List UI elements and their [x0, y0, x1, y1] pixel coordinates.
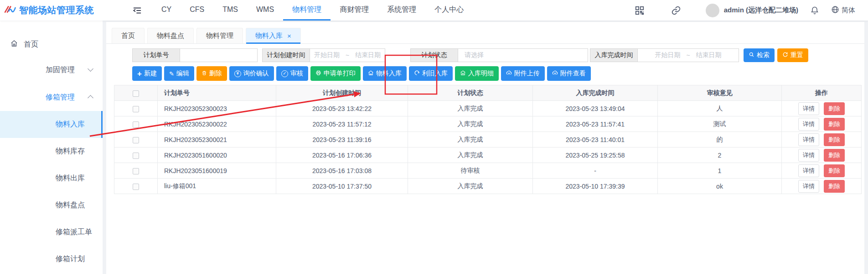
- tab-material-count[interactable]: 物料盘点: [147, 28, 194, 43]
- tab-home[interactable]: 首页: [112, 28, 145, 43]
- sidebar-item-home[interactable]: 首页: [0, 32, 103, 56]
- table-row: RKJH2023052300023 2023-05-23 13:42:22 入库…: [114, 101, 862, 116]
- material-inbound-button[interactable]: 物料入库: [363, 66, 407, 81]
- date-separator: ~: [686, 52, 690, 59]
- button-label: 新建: [144, 69, 157, 78]
- notification-bell-icon[interactable]: [810, 6, 819, 15]
- row-checkbox[interactable]: [133, 168, 139, 174]
- link-icon[interactable]: [671, 5, 681, 16]
- status-select[interactable]: 请选择: [458, 48, 588, 62]
- finish-date-range-input[interactable]: 开始日期 ~ 结束日期: [638, 48, 739, 62]
- detail-button[interactable]: 详情: [798, 133, 819, 146]
- row-delete-button[interactable]: 删除: [824, 164, 845, 177]
- table-row: RKJH2023052300022 2023-05-23 11:57:12 入库…: [114, 116, 862, 132]
- search-label: 检索: [757, 51, 770, 59]
- tab-material-manage[interactable]: 物料管理: [196, 28, 243, 43]
- user-avatar[interactable]: [706, 4, 719, 17]
- reset-label: 重置: [790, 51, 803, 59]
- table-row: RKJH2023051600020 2023-05-16 17:06:36 入库…: [114, 148, 862, 163]
- topnav-item-tms[interactable]: TMS: [213, 0, 247, 21]
- plan-no-input[interactable]: [180, 48, 258, 62]
- row-checkbox[interactable]: [133, 106, 139, 112]
- finished-at-cell: 2023-05-23 11:57:41: [533, 116, 658, 132]
- row-checkbox[interactable]: [133, 121, 139, 128]
- sidebar-item-material-inbound[interactable]: 物料入库: [0, 111, 103, 138]
- button-label: 利旧入库: [422, 69, 448, 78]
- reset-button[interactable]: 重置: [777, 48, 808, 62]
- header-created-at: 计划创建时间: [276, 85, 408, 101]
- row-delete-button[interactable]: 删除: [824, 118, 845, 131]
- table-header-row: 计划单号 计划创建时间 计划状态 入库完成时间 审核意见 操作: [114, 85, 862, 101]
- delete-button[interactable]: 删除: [196, 66, 227, 81]
- comment-cell: 的: [658, 132, 782, 148]
- row-delete-button[interactable]: 删除: [824, 133, 845, 146]
- comment-cell: 1: [658, 163, 782, 179]
- button-label: 删除: [209, 69, 222, 78]
- edit-icon: ✎: [169, 71, 174, 77]
- topnav-item-system[interactable]: 系统管理: [378, 0, 425, 21]
- button-label: 附件上传: [514, 69, 540, 78]
- topnav-item-material[interactable]: 物料管理: [283, 0, 331, 21]
- row-delete-button[interactable]: 删除: [824, 102, 845, 115]
- button-label: 申请单打印: [324, 69, 356, 78]
- sidebar-item-label: 物料出库: [56, 174, 85, 183]
- topnav-item-wms[interactable]: WMS: [247, 0, 283, 21]
- new-button[interactable]: + 新建: [132, 66, 162, 81]
- reuse-inbound-button[interactable]: 利旧入库: [409, 66, 453, 81]
- filter-plan-status: 计划状态 请选择: [410, 48, 588, 62]
- tab-material-inbound[interactable]: 物料入库 ×: [246, 28, 301, 43]
- select-all-checkbox[interactable]: [133, 90, 139, 97]
- topnav-item-cfs[interactable]: CFS: [181, 0, 213, 21]
- topnav-item-personal[interactable]: 个人中心: [425, 0, 473, 21]
- create-date-range-input[interactable]: 开始日期 ~ 结束日期: [310, 48, 385, 62]
- detail-button[interactable]: 详情: [798, 118, 819, 131]
- sidebar-item-material-count[interactable]: 物料盘点: [0, 192, 103, 219]
- qr-code-icon[interactable]: [635, 5, 645, 16]
- price-confirm-button[interactable]: ¥ 询价确认: [229, 66, 274, 81]
- sidebar-item-repair-plan[interactable]: 修箱计划: [0, 246, 103, 273]
- sidebar-group-repair[interactable]: 修箱管理: [0, 84, 103, 111]
- finished-at-cell: 2023-05-23 13:49:04: [533, 101, 658, 116]
- create-time-label: 计划创建时间: [262, 48, 310, 62]
- row-checkbox[interactable]: [133, 184, 139, 190]
- sidebar-item-material-outbound[interactable]: 物料出库: [0, 165, 103, 192]
- edit-button[interactable]: ✎ 编辑: [164, 66, 194, 81]
- row-delete-button[interactable]: 删除: [824, 149, 845, 162]
- plan-no-cell: liu-修箱001: [158, 179, 276, 194]
- sidebar-group-label: 修箱管理: [46, 93, 75, 102]
- detail-button[interactable]: 详情: [798, 180, 819, 193]
- audit-button[interactable]: ✓ 审核: [276, 66, 308, 81]
- topnav-item-finance[interactable]: 商财管理: [331, 0, 378, 21]
- sidebar-collapse-icon[interactable]: [132, 5, 142, 16]
- attachment-view-button[interactable]: 附件查看: [547, 66, 591, 81]
- plan-table: 计划单号 计划创建时间 计划状态 入库完成时间 审核意见 操作 RKJH2023…: [114, 85, 864, 194]
- topnav-item-cy[interactable]: CY: [152, 0, 181, 21]
- search-button[interactable]: 检索: [744, 48, 775, 62]
- user-name[interactable]: admin (远洋仓配二堆场): [724, 6, 798, 15]
- row-delete-button[interactable]: 删除: [824, 180, 845, 193]
- status-cell: 入库完成: [408, 148, 533, 163]
- filter-finish-time: 入库完成时间 开始日期 ~ 结束日期: [590, 48, 739, 62]
- row-checkbox[interactable]: [133, 153, 139, 159]
- topbar-right: admin (远洋仓配二堆场) 简体: [635, 4, 868, 17]
- sidebar-item-repair-workorder[interactable]: 修箱派工单: [0, 219, 103, 246]
- attachment-upload-button[interactable]: 附件上传: [501, 66, 545, 81]
- header-status: 计划状态: [408, 85, 533, 101]
- plan-no-cell: RKJH2023051600019: [158, 163, 276, 179]
- comment-cell: 2: [658, 148, 782, 163]
- detail-button[interactable]: 详情: [798, 102, 819, 115]
- sidebar-group-reinforce[interactable]: 加固管理: [0, 56, 103, 84]
- detail-button[interactable]: 详情: [798, 149, 819, 162]
- sidebar-item-material-stock[interactable]: 物料库存: [0, 138, 103, 165]
- sidebar-home-label: 首页: [24, 40, 38, 49]
- language-switcher[interactable]: 简体: [831, 5, 855, 15]
- print-request-button[interactable]: 申请单打印: [310, 66, 361, 81]
- house-detail-icon: [460, 70, 466, 77]
- row-checkbox[interactable]: [133, 137, 139, 143]
- sidebar-group-label: 加固管理: [46, 65, 75, 75]
- tab-close-icon[interactable]: ×: [287, 32, 291, 40]
- inbound-detail-button[interactable]: 入库明细: [455, 66, 499, 81]
- detail-button[interactable]: 详情: [798, 164, 819, 177]
- table-row: RKJH2023052300021 2023-05-23 11:39:16 入库…: [114, 132, 862, 148]
- created-at-cell: 2023-05-16 17:06:36: [276, 148, 408, 163]
